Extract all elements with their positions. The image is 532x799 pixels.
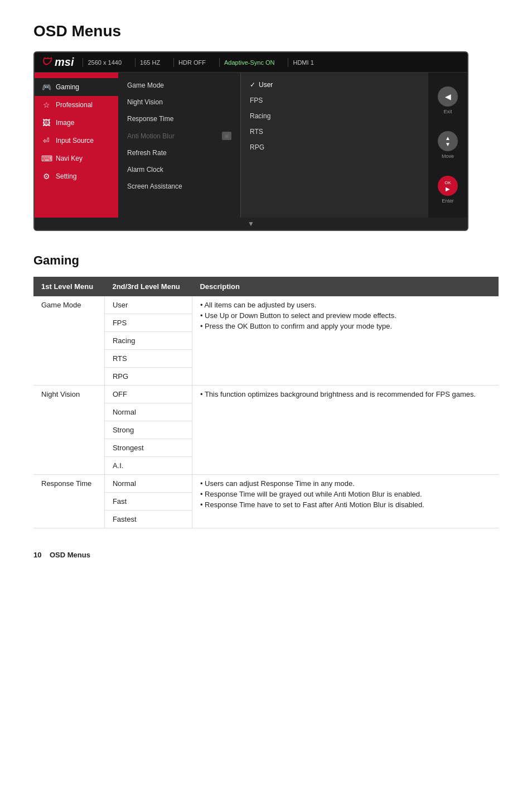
desc-item: Press the OK Button to confirm and apply…: [200, 322, 491, 330]
down-arrow-icon: ▼: [445, 142, 451, 147]
level2-fast: Fast: [104, 493, 192, 511]
desc-item: Users can adjust Response Time in any mo…: [200, 479, 491, 488]
right-arrow-icon: ▶: [446, 186, 450, 192]
osd-logo: 🛡 msi: [41, 56, 74, 69]
exit-label: Exit: [443, 109, 452, 114]
enter-label: Enter: [442, 198, 454, 204]
level2-strong: Strong: [104, 421, 192, 439]
desc-item: This function optimizes background brigh…: [200, 390, 491, 398]
col-header-level1: 1st Level Menu: [33, 277, 104, 296]
osd-menu-gamemode[interactable]: Game Mode: [118, 77, 240, 94]
page-number: 10: [33, 551, 41, 559]
gaming-section-title: Gaming: [33, 253, 499, 268]
desc-item: All items can be adjusted by users.: [200, 301, 491, 309]
up-arrow-icon: ▲: [445, 136, 451, 141]
osd-sidebar-navikey-label: Navi Key: [56, 155, 83, 162]
professional-icon: ☆: [41, 100, 51, 109]
osd-menu-screenassist[interactable]: Screen Assistance: [118, 178, 240, 195]
osd-mockup: 🛡 msi 2560 x 1440 165 HZ HDR OFF Adaptiv…: [33, 51, 468, 231]
level2-racing: Racing: [104, 332, 192, 350]
desc-item: Response Time have to set to Fast after …: [200, 500, 491, 509]
setting-icon: ⚙: [41, 172, 51, 181]
table-row: Night Vision OFF This function optimizes…: [33, 386, 499, 403]
osd-middle-menu: Game Mode Night Vision Response Time Ant…: [118, 73, 241, 218]
level2-fps: FPS: [104, 314, 192, 332]
osd-submenu-fps[interactable]: FPS: [241, 93, 428, 108]
osd-sidebar-input-label: Input Source: [56, 137, 94, 145]
osd-sidebar-setting-label: Setting: [56, 172, 76, 180]
table-row: Response Time Normal Users can adjust Re…: [33, 475, 499, 493]
osd-refresh: 165 HZ: [135, 58, 165, 67]
osd-scroll-indicator: ▼: [35, 218, 467, 230]
level1-responsetime: Response Time: [33, 475, 104, 528]
motion-blur-icon: ▣: [222, 132, 231, 140]
level2-fastest: Fastest: [104, 511, 192, 528]
level2-strongest: Strongest: [104, 439, 192, 457]
table-row: Game Mode User All items can be adjusted…: [33, 296, 499, 314]
osd-hdmi: HDMI 1: [288, 58, 318, 67]
osd-menu-responsetime[interactable]: Response Time: [118, 110, 240, 127]
osd-adaptive-sync: Adaptive-Sync ON: [219, 58, 279, 67]
osd-submenu-user[interactable]: ✓ User: [241, 77, 428, 93]
osd-sidebar-gaming[interactable]: 🎮 Gaming: [35, 78, 118, 96]
level2-normal: Normal: [104, 403, 192, 421]
osd-menu-nightvision[interactable]: Night Vision: [118, 94, 240, 110]
gaming-icon: 🎮: [41, 83, 51, 92]
osd-hdr: HDR OFF: [173, 58, 210, 67]
osd-submenu-rpg[interactable]: RPG: [241, 139, 428, 155]
page-title: OSD Menus: [33, 22, 499, 40]
move-button[interactable]: ▲ ▼: [438, 131, 458, 151]
osd-submenu: ✓ User FPS Racing RTS RPG: [241, 73, 428, 218]
exit-button[interactable]: ◀: [438, 86, 458, 107]
osd-submenu-racing[interactable]: Racing: [241, 108, 428, 124]
osd-sidebar-input[interactable]: ⏎ Input Source: [35, 132, 118, 150]
osd-submenu-rts[interactable]: RTS: [241, 124, 428, 139]
osd-resolution: 2560 x 1440: [83, 58, 126, 67]
level2-user: User: [104, 296, 192, 314]
osd-sidebar-image[interactable]: 🖼 Image: [35, 114, 118, 132]
exit-icon: ◀: [445, 92, 451, 101]
osd-statusbar: 🛡 msi 2560 x 1440 165 HZ HDR OFF Adaptiv…: [35, 52, 467, 73]
table-header-row: 1st Level Menu 2nd/3rd Level Menu Descri…: [33, 277, 499, 296]
osd-menu-refreshrate[interactable]: Refresh Rate: [118, 145, 240, 161]
page-footer: 10 OSD Menus: [33, 551, 499, 559]
desc-responsetime: Users can adjust Response Time in any mo…: [192, 475, 499, 528]
osd-main-area: 🎮 Gaming ☆ Professional 🖼 Image ⏎ Input …: [35, 73, 467, 218]
enter-button[interactable]: OK ▶: [438, 176, 458, 196]
osd-controls: ◀ Exit ▲ ▼ Move OK ▶ Enter: [428, 73, 467, 218]
page-footer-label: OSD Menus: [50, 551, 90, 559]
level2-off: OFF: [104, 386, 192, 403]
osd-sidebar: 🎮 Gaming ☆ Professional 🖼 Image ⏎ Input …: [35, 73, 118, 218]
level2-rpg: RPG: [104, 368, 192, 386]
osd-sidebar-professional[interactable]: ☆ Professional: [35, 96, 118, 114]
osd-menu-alarmclock[interactable]: Alarm Clock: [118, 161, 240, 178]
navikey-icon: ⌨: [41, 154, 51, 163]
osd-sidebar-setting[interactable]: ⚙ Setting: [35, 167, 118, 185]
desc-item: Response Time will be grayed out while A…: [200, 490, 491, 498]
level2-ai: A.I.: [104, 457, 192, 475]
level2-rts: RTS: [104, 350, 192, 368]
desc-item: Use Up or Down Button to select and prev…: [200, 311, 491, 320]
osd-menu-motionblur: Anti Motion Blur ▣: [118, 127, 240, 145]
desc-nightvision: This function optimizes background brigh…: [192, 386, 499, 475]
input-icon: ⏎: [41, 136, 51, 145]
level2-normal: Normal: [104, 475, 192, 493]
down-arrow-icon: ▼: [248, 220, 254, 228]
ok-icon: OK: [444, 180, 451, 185]
move-label: Move: [442, 153, 454, 159]
osd-sidebar-image-label: Image: [56, 119, 74, 127]
desc-gamemode: All items can be adjusted by users. Use …: [192, 296, 499, 386]
osd-logo-text: msi: [55, 56, 74, 69]
checkmark-icon: ✓: [250, 81, 255, 89]
osd-sidebar-professional-label: Professional: [56, 101, 93, 109]
level1-nightvision: Night Vision: [33, 386, 104, 475]
level1-gamemode: Game Mode: [33, 296, 104, 386]
gaming-table: 1st Level Menu 2nd/3rd Level Menu Descri…: [33, 277, 499, 528]
msi-shield-icon: 🛡: [41, 56, 51, 68]
osd-sidebar-navikey[interactable]: ⌨ Navi Key: [35, 150, 118, 167]
col-header-desc: Description: [192, 277, 499, 296]
col-header-level2: 2nd/3rd Level Menu: [104, 277, 192, 296]
osd-sidebar-gaming-label: Gaming: [56, 83, 79, 91]
image-icon: 🖼: [41, 118, 51, 127]
